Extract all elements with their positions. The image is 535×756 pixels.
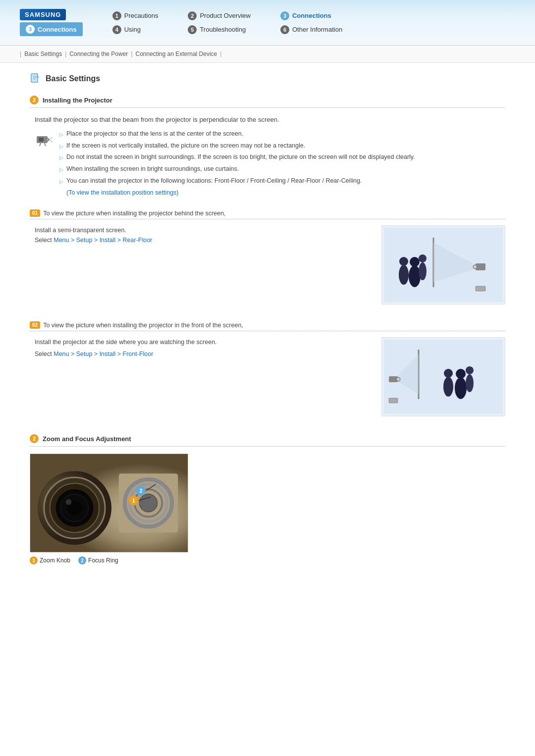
sub-section-installing: 2 Installing the Projector Install the p… — [30, 93, 505, 416]
svg-text:1: 1 — [132, 498, 135, 504]
bullet-text-4: When installing the screen in bright sur… — [66, 164, 239, 174]
step-02-image — [381, 337, 505, 416]
zoom-knob-num: 1 — [30, 556, 38, 564]
focus-ring-label: Focus Ring — [88, 557, 118, 564]
bullet-item-1: ▷ Place the projector so that the lens i… — [59, 129, 505, 139]
svg-point-31 — [466, 374, 474, 392]
bullet-item-5: ▷ You can install the projector in the f… — [59, 176, 505, 186]
nav-columns: 1 Precautions 4 Using 2 Product Overview… — [112, 11, 515, 34]
bullet-text-1: Place the projector so that the lens is … — [66, 129, 243, 139]
svg-line-9 — [45, 143, 46, 146]
nav-item-product-overview[interactable]: 2 Product Overview — [188, 11, 251, 20]
svg-point-41 — [66, 499, 72, 505]
bullet-arrow-4: ▷ — [59, 166, 63, 173]
zoom-knob-label: Zoom Knob — [40, 557, 70, 564]
zoom-labels: 1 Zoom Knob 2 Focus Ring — [30, 556, 505, 564]
svg-text:2: 2 — [140, 488, 143, 494]
sep-start: | — [20, 50, 21, 57]
step-02-link[interactable]: Menu > Setup > Install > Front-Floor — [54, 351, 153, 357]
zoom-svg: 2 1 — [30, 454, 188, 553]
svg-point-14 — [473, 265, 477, 269]
svg-point-32 — [466, 366, 474, 374]
svg-point-20 — [419, 254, 427, 262]
basic-settings-icon — [30, 73, 42, 85]
intro-block: Install the projector so that the beam f… — [35, 115, 505, 200]
svg-rect-21 — [476, 286, 485, 291]
step-01-para1: Install a semi-transparent screen. — [35, 225, 372, 235]
step-01-section: 01 To view the picture when installing t… — [30, 207, 505, 304]
connections-badge[interactable]: 3 Connections — [20, 22, 83, 36]
step-02-section: 02 To view the picture when installing t… — [30, 319, 505, 416]
bullet-arrow-2: ▷ — [59, 143, 63, 150]
svg-point-30 — [456, 369, 466, 379]
page-header: SAMSUNG 3 Connections 1 Precautions 4 Us… — [0, 0, 535, 46]
installation-link[interactable]: (To view the installation position setti… — [66, 189, 179, 196]
breadcrumb: | Basic Settings | Connecting the Power … — [0, 46, 535, 63]
zoom-label-2: 2 Focus Ring — [78, 556, 118, 564]
step-01-svg — [384, 228, 503, 302]
intro-text: Install the projector so that the beam f… — [35, 115, 505, 125]
svg-point-46 — [140, 494, 158, 512]
sub-section-zoom-text: Zoom and Focus Adjustment — [43, 435, 131, 443]
breadcrumb-connecting-power[interactable]: Connecting the Power — [69, 50, 128, 57]
step-02-header: 02 To view the picture when installing t… — [30, 319, 505, 331]
breadcrumb-basic-settings[interactable]: Basic Settings — [24, 50, 62, 57]
svg-rect-33 — [389, 398, 398, 403]
sub-section-zoom: 2 Zoom and Focus Adjustment — [30, 431, 505, 564]
nav-label-troubleshooting: Troubleshooting — [200, 26, 246, 33]
sub-section-installing-text: Installing the Projector — [43, 97, 112, 104]
step-02-content: Install the projector at the side where … — [35, 337, 505, 416]
focus-ring-num: 2 — [78, 556, 86, 564]
nav-label-precautions: Precautions — [124, 12, 159, 19]
nav-num-6: 6 — [280, 25, 289, 34]
sub-section-installing-title: 2 Installing the Projector — [30, 93, 505, 108]
nav-label-other-info: Other Information — [292, 26, 342, 33]
nav-num-4: 4 — [112, 25, 121, 34]
bullet-text-5: You can install the projector in the fol… — [66, 176, 362, 186]
step-01-header: 01 To view the picture when installing t… — [30, 207, 505, 219]
breadcrumb-connecting-external[interactable]: Connecting an External Device — [136, 50, 217, 57]
svg-point-4 — [46, 138, 49, 141]
svg-rect-5 — [39, 138, 44, 142]
nav-col-2: 2 Product Overview 5 Troubleshooting — [188, 11, 251, 34]
bullet-item-4: ▷ When installing the screen in bright s… — [59, 164, 505, 174]
svg-point-29 — [455, 377, 467, 399]
nav-item-precautions[interactable]: 1 Precautions — [112, 11, 159, 20]
bullet-text-3: Do not install the screen in bright surr… — [66, 152, 415, 162]
bullet-text-2: If the screen is not vertically installe… — [66, 141, 305, 151]
projector-icon — [35, 130, 54, 150]
nav-item-troubleshooting[interactable]: 5 Troubleshooting — [188, 25, 251, 34]
sub-num-badge-2: 2 — [30, 96, 39, 104]
step-01-content: Install a semi-transparent screen. Selec… — [35, 225, 505, 304]
connections-num: 3 — [26, 25, 35, 34]
svg-point-26 — [396, 377, 400, 381]
bullet-link-item: (To view the installation position setti… — [59, 188, 505, 198]
svg-line-7 — [49, 140, 53, 142]
bullet-section: ▷ Place the projector so that the lens i… — [35, 129, 505, 200]
main-content: Basic Settings 2 Installing the Projecto… — [0, 63, 535, 594]
nav-item-other-info[interactable]: 6 Other Information — [280, 25, 342, 34]
step-02-svg — [384, 340, 503, 414]
nav-label-connections: Connections — [292, 12, 331, 19]
svg-point-18 — [410, 257, 420, 267]
bullet-arrow-1: ▷ — [59, 131, 63, 138]
nav-num-1: 1 — [112, 11, 121, 20]
bullet-arrow-5: ▷ — [59, 178, 63, 185]
step-01-text: Install a semi-transparent screen. Selec… — [35, 225, 372, 304]
nav-label-using: Using — [124, 26, 141, 33]
step-01-para2: Select Menu > Setup > Install > Rear-Flo… — [35, 235, 372, 245]
svg-point-27 — [443, 377, 453, 397]
svg-point-19 — [419, 262, 427, 280]
step-01-image — [381, 225, 505, 304]
zoom-image: 2 1 — [30, 454, 188, 553]
step-02-text: Install the projector at the side where … — [35, 337, 372, 416]
sep-2: | — [131, 50, 132, 57]
nav-item-using[interactable]: 4 Using — [112, 25, 159, 34]
nav-item-connections[interactable]: 3 Connections — [280, 11, 342, 20]
section-header-basic-settings: Basic Settings — [30, 73, 505, 85]
samsung-logo: SAMSUNG — [20, 9, 66, 20]
step-01-link[interactable]: Menu > Setup > Install > Rear-Floor — [54, 237, 152, 244]
step-01-badge: 01 — [30, 209, 40, 217]
logo-area: SAMSUNG 3 Connections — [20, 9, 83, 36]
bullet-item-2: ▷ If the screen is not vertically instal… — [59, 141, 505, 151]
